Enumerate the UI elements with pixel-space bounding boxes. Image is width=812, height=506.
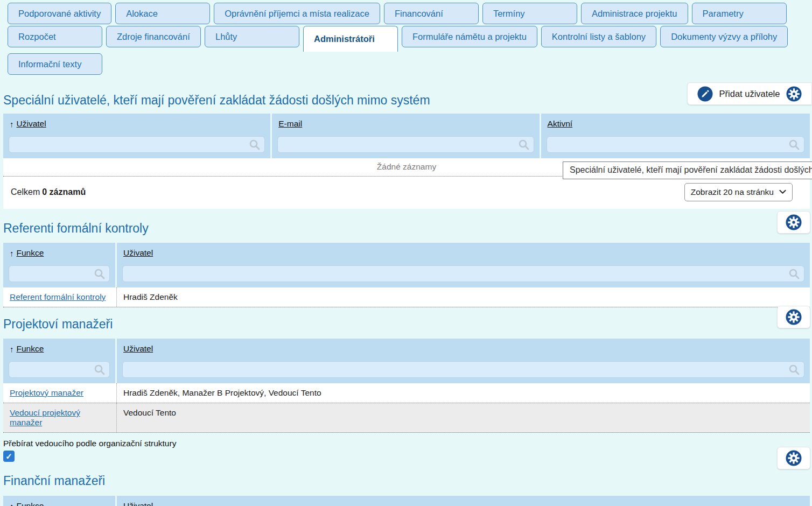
sort-asc-icon: ↑ bbox=[10, 249, 14, 258]
special-users-table-header: ↑ Uživatel E-mail Aktivní bbox=[3, 114, 810, 133]
financni-title: Finanční manažeři bbox=[0, 473, 812, 489]
sort-asc-icon: ↑ bbox=[10, 345, 14, 354]
projektovi-title: Projektoví manažeři bbox=[0, 316, 812, 332]
tab-opravneni-prijemci[interactable]: Oprávnění příjemci a místa realizace bbox=[214, 3, 380, 24]
chevron-down-icon bbox=[779, 189, 786, 194]
table-row: Referent formální kontroly Hradiš Zdeněk bbox=[3, 287, 810, 307]
uzivatel-cell: Hradiš Zdeněk, Manažer B Projektový, Ved… bbox=[117, 383, 810, 403]
financni-settings-button[interactable] bbox=[777, 447, 810, 469]
page-size-label: Zobrazit 20 na stránku bbox=[691, 187, 774, 197]
funkce-link[interactable]: Referent formální kontroly bbox=[10, 292, 106, 301]
filter-uzivatel-input[interactable] bbox=[9, 136, 265, 153]
column-header-label[interactable]: Funkce bbox=[17, 248, 44, 258]
sort-asc-icon: ↑ bbox=[10, 120, 14, 129]
tab-lhuty[interactable]: Lhůty bbox=[205, 26, 299, 47]
column-header-email: E-mail bbox=[272, 114, 541, 133]
table-row: Vedoucí projektový manažer Vedoucí Tento bbox=[3, 403, 810, 433]
gear-icon bbox=[786, 214, 802, 230]
column-header-label[interactable]: Funkce bbox=[17, 344, 44, 354]
inherit-leader-setting: Přebírat vedoucího podle organizační str… bbox=[3, 439, 812, 462]
tab-zdroje-financovani[interactable]: Zdroje financování bbox=[106, 26, 201, 47]
filter-funkce-input[interactable] bbox=[9, 265, 110, 282]
tab-financovani[interactable]: Financování bbox=[384, 3, 479, 24]
add-user-button[interactable]: Přidat uživatele bbox=[687, 82, 812, 105]
uzivatel-cell: Hradiš Zdeněk bbox=[117, 287, 810, 307]
column-header-aktivni: Aktivní bbox=[541, 114, 810, 133]
projektovi-table: ↑ Funkce Uživatel Projektový manažer Hra… bbox=[3, 339, 810, 433]
tab-administrace-projektu[interactable]: Administrace projektu bbox=[581, 3, 688, 24]
filter-aktivni-input[interactable] bbox=[547, 136, 804, 153]
filter-uzivatel-input[interactable] bbox=[122, 265, 804, 282]
column-header-label[interactable]: E-mail bbox=[278, 119, 302, 129]
table-row: Projektový manažer Hradiš Zdeněk, Manaže… bbox=[3, 383, 810, 403]
tab-parametry[interactable]: Parametry bbox=[692, 3, 787, 24]
tab-formulare-nametu[interactable]: Formuláře námětu a projektu bbox=[402, 26, 537, 47]
projektovi-settings-button[interactable] bbox=[777, 306, 810, 328]
referenti-settings-button[interactable] bbox=[777, 211, 810, 234]
column-header-uzivatel: Uživatel bbox=[117, 496, 810, 506]
tab-podporovane-aktivity[interactable]: Podporované aktivity bbox=[8, 3, 111, 24]
column-header-uzivatel: ↑ Uživatel bbox=[3, 114, 272, 133]
inherit-leader-checkbox[interactable]: ✓ bbox=[3, 451, 15, 462]
tab-administratori-active[interactable]: Administrátoři bbox=[303, 26, 398, 52]
special-users-table-footer: Celkem0 záznamů Zobrazit 20 na stránku bbox=[3, 177, 810, 209]
tab-alokace[interactable]: Alokace bbox=[115, 3, 210, 24]
column-header-label[interactable]: Uživatel bbox=[123, 344, 153, 354]
page-size-select[interactable]: Zobrazit 20 na stránku bbox=[684, 183, 793, 201]
tab-row-1: Podporované aktivity Alokace Oprávnění p… bbox=[8, 3, 812, 24]
column-header-label[interactable]: Uživatel bbox=[123, 501, 153, 506]
referenti-title: Referenti formální kontroly bbox=[0, 220, 812, 236]
tab-kontrolni-listy[interactable]: Kontrolní listy a šablony bbox=[541, 26, 656, 47]
tab-terminy[interactable]: Termíny bbox=[482, 3, 577, 24]
referenti-table: ↑ Funkce Uživatel Referent formální kont… bbox=[3, 243, 810, 307]
total-label: Celkem bbox=[11, 187, 40, 196]
uzivatel-cell: Vedoucí Tento bbox=[117, 403, 810, 432]
funkce-link[interactable]: Projektový manažer bbox=[10, 388, 83, 397]
funkce-link[interactable]: Vedoucí projektový manažer bbox=[10, 408, 80, 427]
column-header-label[interactable]: Uživatel bbox=[123, 248, 153, 258]
special-users-filter-row bbox=[3, 133, 810, 158]
column-header-funkce: ↑ Funkce bbox=[3, 243, 117, 263]
section-tooltip: Speciální uživatelé, kteří mají pověření… bbox=[563, 161, 812, 179]
tab-informacni-texty[interactable]: Informační texty bbox=[8, 53, 102, 75]
gear-icon bbox=[786, 86, 802, 102]
check-icon: ✓ bbox=[5, 452, 12, 461]
financni-table: ↑ Funkce Uživatel bbox=[3, 496, 810, 506]
column-header-label[interactable]: Funkce bbox=[17, 501, 44, 506]
add-user-label: Přidat uživatele bbox=[719, 89, 780, 99]
gear-icon bbox=[786, 309, 802, 325]
tab-dokumenty-vyzvy[interactable]: Dokumenty výzvy a přílohy bbox=[660, 26, 788, 47]
inherit-leader-label: Přebírat vedoucího podle organizační str… bbox=[3, 439, 812, 448]
column-header-label[interactable]: Aktivní bbox=[548, 119, 573, 129]
tab-bar: Podporované aktivity Alokace Oprávnění p… bbox=[0, 0, 812, 75]
tab-rozpocet[interactable]: Rozpočet bbox=[8, 26, 102, 47]
filter-email-input[interactable] bbox=[277, 136, 534, 153]
filter-funkce-input[interactable] bbox=[9, 361, 110, 378]
tab-row-2: Rozpočet Zdroje financování Lhůty Admini… bbox=[8, 26, 812, 52]
tab-row-3: Informační texty bbox=[8, 53, 812, 75]
column-header-funkce: ↑ Funkce bbox=[3, 496, 117, 506]
column-header-uzivatel: Uživatel bbox=[117, 339, 810, 359]
gear-icon bbox=[786, 450, 802, 466]
sort-asc-icon: ↑ bbox=[10, 502, 14, 506]
column-header-funkce: ↑ Funkce bbox=[3, 339, 117, 359]
filter-uzivatel-input[interactable] bbox=[122, 361, 804, 378]
total-records: Celkem0 záznamů bbox=[11, 187, 86, 197]
pencil-icon bbox=[697, 86, 713, 102]
column-header-uzivatel: Uživatel bbox=[117, 243, 810, 263]
column-header-label[interactable]: Uživatel bbox=[17, 119, 46, 129]
total-value: 0 záznamů bbox=[42, 187, 86, 196]
